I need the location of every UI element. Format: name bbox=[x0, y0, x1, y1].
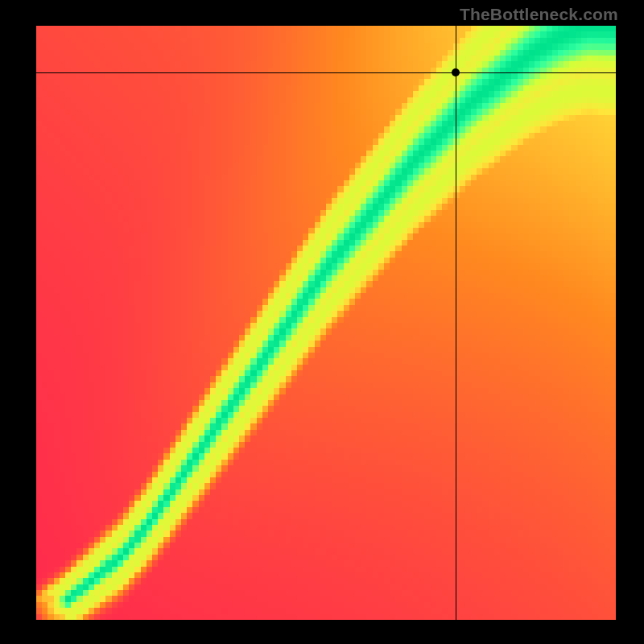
plot-area bbox=[36, 26, 616, 620]
crosshair-horizontal bbox=[36, 72, 616, 73]
watermark-text: TheBottleneck.com bbox=[460, 5, 618, 24]
marker-dot bbox=[452, 68, 460, 76]
heatmap-canvas bbox=[36, 26, 616, 620]
crosshair-vertical bbox=[456, 26, 456, 620]
chart-frame: TheBottleneck.com bbox=[0, 0, 644, 644]
